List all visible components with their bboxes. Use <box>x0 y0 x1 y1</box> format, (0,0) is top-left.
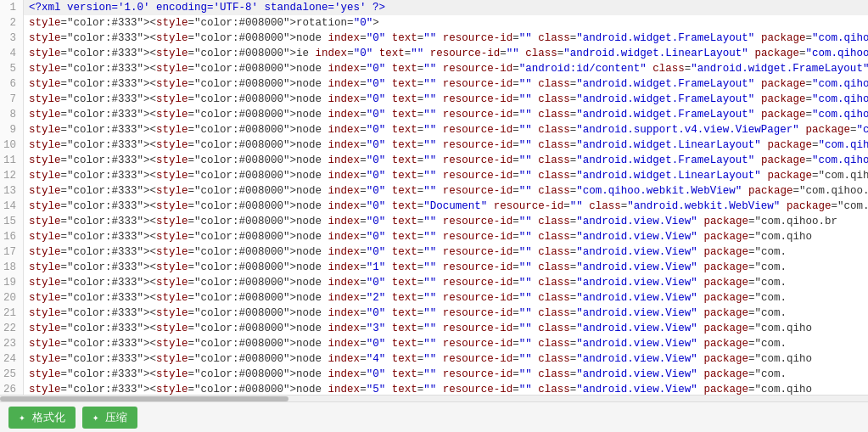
line-content: style="color:#333"><style="color:#008000… <box>24 351 868 367</box>
line-content: style="color:#333"><style="color:#008000… <box>24 137 868 153</box>
table-row: 20 style="color:#333"><style="color:#008… <box>0 290 868 306</box>
table-row: 1<?xml version='1.0' encoding='UTF-8' st… <box>0 0 868 15</box>
line-number: 16 <box>0 229 24 244</box>
line-content: style="color:#333"><style="color:#008000… <box>24 306 868 321</box>
line-content: style="color:#333"><style="color:#008000… <box>24 168 868 183</box>
table-row: 3 style="color:#333"><style="color:#0080… <box>0 31 868 46</box>
line-content: style="color:#333"><style="color:#008000… <box>24 367 868 382</box>
line-content: style="color:#333"><style="color:#008000… <box>24 76 868 92</box>
line-content: style="color:#333"><style="color:#008000… <box>24 92 868 107</box>
scrollbar-thumb[interactable] <box>0 396 288 401</box>
line-number: 13 <box>0 183 24 199</box>
table-row: 6 style="color:#333"><style="color:#0080… <box>0 76 868 92</box>
table-row: 4 style="color:#333"><style="color:#0080… <box>0 46 868 61</box>
table-row: 21 style="color:#333"><style="color:#008… <box>0 306 868 321</box>
table-row: 22 style="color:#333"><style="color:#008… <box>0 321 868 336</box>
line-content: style="color:#333"><style="color:#008000… <box>24 336 868 351</box>
line-number: 11 <box>0 153 24 168</box>
line-number: 19 <box>0 275 24 290</box>
line-number: 15 <box>0 214 24 229</box>
line-number: 21 <box>0 306 24 321</box>
line-content: style="color:#333"><style="color:#008000… <box>24 61 868 76</box>
table-row: 25 style="color:#333"><style="color:#008… <box>0 367 868 382</box>
line-number: 4 <box>0 46 24 61</box>
line-number: 12 <box>0 168 24 183</box>
line-content: style="color:#333"><style="color:#008000… <box>24 31 868 46</box>
format-button[interactable]: ✦ 格式化 <box>8 407 76 429</box>
line-number: 5 <box>0 61 24 76</box>
line-content: style="color:#333"><style="color:#008000… <box>24 183 868 199</box>
line-number: 18 <box>0 260 24 275</box>
table-row: 8 style="color:#333"><style="color:#0080… <box>0 107 868 122</box>
line-content: style="color:#333"><style="color:#008000… <box>24 199 868 214</box>
table-row: 9 style="color:#333"><style="color:#0080… <box>0 122 868 137</box>
table-row: 7 style="color:#333"><style="color:#0080… <box>0 92 868 107</box>
line-content: style="color:#333"><style="color:#008000… <box>24 244 868 260</box>
line-number: 17 <box>0 244 24 260</box>
table-row: 5 style="color:#333"><style="color:#0080… <box>0 61 868 76</box>
line-content: style="color:#333"><style="color:#008000… <box>24 321 868 336</box>
line-number: 3 <box>0 31 24 46</box>
line-content: style="color:#333"><style="color:#008000… <box>24 153 868 168</box>
line-content: style="color:#333"><style="color:#008000… <box>24 382 868 395</box>
line-content: style="color:#333"><style="color:#008000… <box>24 290 868 306</box>
table-row: 11 style="color:#333"><style="color:#008… <box>0 153 868 168</box>
line-content: style="color:#333"><style="color:#008000… <box>24 46 868 61</box>
table-row: 13 style="color:#333"><style="color:#008… <box>0 183 868 199</box>
line-content: style="color:#333"><style="color:#008000… <box>24 275 868 290</box>
line-content: style="color:#333"><style="color:#008000… <box>24 214 868 229</box>
line-content: style="color:#333"><style="color:#008000… <box>24 107 868 122</box>
line-number: 22 <box>0 321 24 336</box>
line-number: 7 <box>0 92 24 107</box>
line-number: 8 <box>0 107 24 122</box>
line-content: style="color:#333"><style="color:#008000… <box>24 122 868 137</box>
line-number: 1 <box>0 0 24 15</box>
line-content: style="color:#333"><style="color:#008000… <box>24 229 868 244</box>
table-row: 19 style="color:#333"><style="color:#008… <box>0 275 868 290</box>
table-row: 23 style="color:#333"><style="color:#008… <box>0 336 868 351</box>
line-number: 24 <box>0 351 24 367</box>
code-area: 1<?xml version='1.0' encoding='UTF-8' st… <box>0 0 868 395</box>
line-content: style="color:#333"><style="color:#008000… <box>24 15 868 31</box>
table-row: 18 style="color:#333"><style="color:#008… <box>0 260 868 275</box>
toolbar: ✦ 格式化 ✦ 压缩 <box>0 401 868 432</box>
table-row: 14 style="color:#333"><style="color:#008… <box>0 199 868 214</box>
code-lines: 1<?xml version='1.0' encoding='UTF-8' st… <box>0 0 868 395</box>
line-number: 20 <box>0 290 24 306</box>
table-row: 26 style="color:#333"><style="color:#008… <box>0 382 868 395</box>
table-row: 16 style="color:#333"><style="color:#008… <box>0 229 868 244</box>
line-number: 14 <box>0 199 24 214</box>
table-row: 2style="color:#333"><style="color:#00800… <box>0 15 868 31</box>
table-row: 17 style="color:#333"><style="color:#008… <box>0 244 868 260</box>
table-row: 24 style="color:#333"><style="color:#008… <box>0 351 868 367</box>
table-row: 15 style="color:#333"><style="color:#008… <box>0 214 868 229</box>
line-content: <?xml version='1.0' encoding='UTF-8' sta… <box>24 0 868 15</box>
line-content: style="color:#333"><style="color:#008000… <box>24 260 868 275</box>
compress-button[interactable]: ✦ 压缩 <box>82 407 138 429</box>
line-number: 6 <box>0 76 24 92</box>
horizontal-scrollbar[interactable] <box>0 395 868 401</box>
table-row: 12 style="color:#333"><style="color:#008… <box>0 168 868 183</box>
line-number: 23 <box>0 336 24 351</box>
line-number: 2 <box>0 15 24 31</box>
line-number: 25 <box>0 367 24 382</box>
line-number: 26 <box>0 382 24 395</box>
table-row: 10 style="color:#333"><style="color:#008… <box>0 137 868 153</box>
line-number: 10 <box>0 137 24 153</box>
line-number: 9 <box>0 122 24 137</box>
